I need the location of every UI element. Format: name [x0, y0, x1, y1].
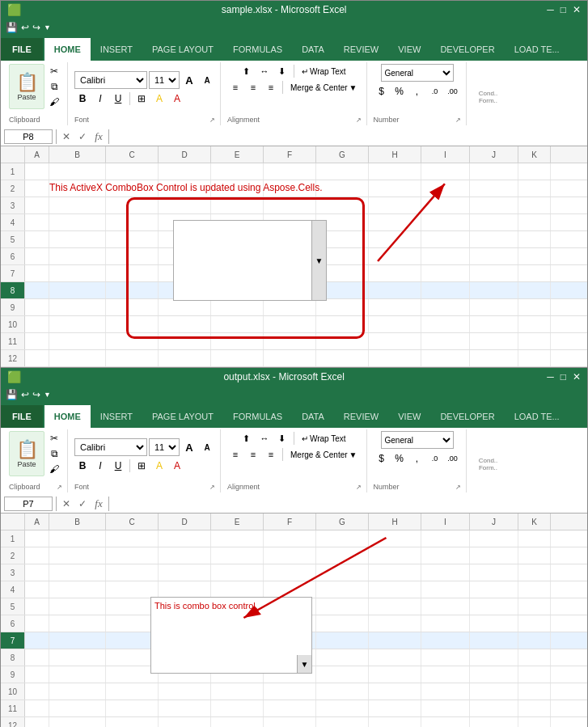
formula-input-2[interactable] [112, 499, 584, 509]
col-header-H-1[interactable]: H [369, 146, 421, 163]
confirm-formula-icon-1[interactable]: ✓ [76, 130, 89, 143]
col-header-E-2[interactable]: E [211, 514, 264, 530]
top-align-btn-2[interactable]: ⬆ [239, 431, 255, 446]
font-size-select-1[interactable]: 11 [149, 71, 180, 89]
decrease-font-btn-1[interactable]: A [199, 72, 215, 88]
italic-btn-2[interactable]: I [92, 458, 108, 474]
col-header-F-2[interactable]: F [264, 514, 316, 530]
align-left-btn-1[interactable]: ≡ [227, 80, 243, 95]
tab-view-1[interactable]: VIEW [388, 38, 430, 61]
increase-font-btn-2[interactable]: A [181, 439, 197, 455]
tab-review-2[interactable]: REVIEW [334, 405, 388, 428]
tab-view-2[interactable]: VIEW [388, 405, 430, 428]
middle-align-btn-1[interactable]: ↔ [256, 64, 273, 78]
cell-B1-1[interactable] [49, 163, 106, 180]
col-header-J-1[interactable]: J [470, 146, 518, 163]
cancel-formula-icon-2[interactable]: ✕ [60, 497, 73, 510]
formula-input-1[interactable] [112, 132, 584, 142]
comma-btn-1[interactable]: , [409, 83, 425, 99]
tab-home-2[interactable]: HOME [44, 405, 91, 428]
cell-K1-1[interactable] [518, 163, 551, 180]
bold-btn-2[interactable]: B [74, 458, 91, 474]
col-header-K-1[interactable]: K [518, 146, 551, 163]
cell-K2-1[interactable] [518, 180, 551, 197]
col-header-K-2[interactable]: K [518, 514, 551, 530]
cell-G1-1[interactable] [316, 163, 369, 180]
increase-font-btn-1[interactable]: A [181, 72, 197, 88]
paste-button-1[interactable]: 📋 Paste [9, 64, 44, 109]
col-header-J-2[interactable]: J [470, 514, 518, 530]
cut-button-1[interactable]: ✂ [46, 64, 62, 78]
combobox-output-2[interactable]: This is combo box control. ▼ [150, 597, 312, 674]
tab-developer-2[interactable]: DEVELOPER [430, 405, 504, 428]
col-header-D-1[interactable]: D [159, 146, 211, 163]
align-center-btn-2[interactable]: ≡ [245, 447, 261, 462]
dollar-btn-2[interactable]: $ [374, 450, 390, 467]
col-header-C-2[interactable]: C [106, 514, 159, 530]
wrap-text-btn-1[interactable]: ↵ Wrap Text [298, 65, 350, 78]
comma-btn-2[interactable]: , [409, 450, 425, 467]
font-color-btn-2[interactable]: A [169, 458, 185, 474]
tab-data-2[interactable]: DATA [292, 405, 334, 428]
cell-J1-1[interactable] [470, 163, 518, 180]
underline-btn-2[interactable]: U [110, 458, 126, 474]
tab-loadte-1[interactable]: LOAD TE... [505, 38, 569, 61]
cell-ref-input-1[interactable] [4, 129, 53, 144]
border-btn-1[interactable]: ⊞ [133, 91, 150, 107]
align-right-btn-1[interactable]: ≡ [263, 80, 279, 95]
merge-btn-1[interactable]: Merge & Center ▼ [286, 81, 362, 95]
number-expand-1[interactable]: ↗ [455, 116, 461, 124]
col-header-C-1[interactable]: C [106, 146, 159, 163]
tab-insert-2[interactable]: INSERT [91, 405, 142, 428]
cell-ref-input-2[interactable] [4, 497, 53, 511]
font-expand-1[interactable]: ↗ [209, 116, 215, 124]
cell-H2-1[interactable] [369, 180, 421, 197]
cell-I1-1[interactable] [421, 163, 470, 180]
col-header-A-1[interactable]: A [25, 146, 49, 163]
maximize-icon-2[interactable]: □ [561, 371, 566, 383]
cell-E1-1[interactable] [211, 163, 264, 180]
format-painter-1[interactable]: 🖌 [46, 95, 62, 109]
cell-H1-1[interactable] [369, 163, 421, 180]
save-icon-2[interactable]: 💾 [6, 389, 18, 400]
maximize-icon[interactable]: □ [561, 4, 566, 15]
copy-button-2[interactable]: ⧉ [46, 446, 62, 461]
number-format-select-1[interactable]: General [381, 64, 454, 82]
confirm-formula-icon-2[interactable]: ✓ [76, 497, 89, 510]
redo-icon-2[interactable]: ↪ [32, 389, 40, 400]
font-expand-2[interactable]: ↗ [209, 484, 215, 491]
col-header-F-1[interactable]: F [264, 146, 316, 163]
font-size-select-2[interactable]: 11 [149, 438, 180, 456]
col-header-G-1[interactable]: G [316, 146, 369, 163]
cell-A2-1[interactable] [25, 180, 49, 197]
col-header-H-2[interactable]: H [369, 514, 421, 530]
combobox-dropdown-arrow-1[interactable]: ▼ [311, 221, 326, 300]
cell-G2-1[interactable] [316, 180, 369, 197]
paste-button-2[interactable]: 📋 Paste [9, 431, 44, 476]
top-align-btn-1[interactable]: ⬆ [239, 64, 255, 78]
number-expand-2[interactable]: ↗ [455, 484, 461, 491]
inc-decimal-btn-1[interactable]: .0 [427, 83, 443, 99]
col-header-D-2[interactable]: D [159, 514, 211, 530]
decrease-font-btn-2[interactable]: A [199, 439, 215, 455]
undo-icon-2[interactable]: ↩ [21, 389, 29, 400]
merge-btn-2[interactable]: Merge & Center ▼ [286, 448, 362, 462]
cell-A1-1[interactable] [25, 163, 49, 180]
percent-btn-1[interactable]: % [391, 83, 408, 99]
cell-B2-1[interactable]: This ActiveX ComboBox Control is updated… [49, 180, 106, 197]
border-btn-2[interactable]: ⊞ [133, 458, 150, 474]
wrap-text-btn-2[interactable]: ↵ Wrap Text [298, 432, 350, 446]
font-name-select-1[interactable]: Calibri [74, 71, 147, 89]
copy-button-1[interactable]: ⧉ [46, 79, 62, 94]
cell-C1-1[interactable] [106, 163, 159, 180]
fx-icon-1[interactable]: fx [92, 130, 105, 143]
tab-developer-1[interactable]: DEVELOPER [430, 38, 504, 61]
tab-file-1[interactable]: FILE [1, 38, 43, 61]
minimize-icon-2[interactable]: ─ [547, 371, 554, 383]
percent-btn-2[interactable]: % [391, 450, 408, 467]
cell-D1-1[interactable] [159, 163, 211, 180]
number-format-select-2[interactable]: General [381, 431, 454, 449]
customize-icon[interactable]: ▼ [44, 23, 51, 32]
font-color-btn-1[interactable]: A [169, 91, 185, 107]
font-name-select-2[interactable]: Calibri [74, 438, 147, 456]
